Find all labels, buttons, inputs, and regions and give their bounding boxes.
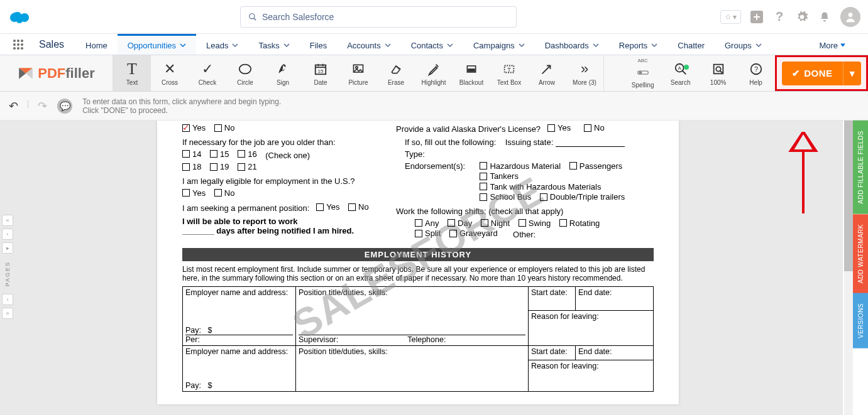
cb-yes-1[interactable]: Yes (182, 123, 206, 132)
page-first-button[interactable]: « (2, 215, 13, 226)
vertical-scrollbar[interactable] (844, 121, 853, 415)
done-button[interactable]: ✔DONE ▾ (782, 62, 861, 85)
tool-spelling[interactable]: ABCSpelling (624, 55, 662, 91)
page-last-button[interactable]: » (2, 308, 13, 319)
nav-reports[interactable]: Reports (609, 34, 668, 55)
nav-more[interactable]: More (809, 34, 855, 55)
tool-arrow[interactable]: Arrow (528, 55, 566, 91)
undo-button[interactable]: ↶ (9, 99, 18, 113)
user-avatar[interactable] (840, 7, 860, 27)
cb-license-yes[interactable]: Yes (547, 123, 571, 132)
notifications-bell-icon[interactable] (818, 10, 832, 24)
cb-end-double[interactable]: Double/Triple trailers (540, 192, 625, 202)
svg-point-10 (13, 47, 16, 50)
cb-shift-swing[interactable]: Swing (519, 218, 551, 228)
tool-sign[interactable]: Sign (264, 55, 302, 91)
tool-search[interactable]: ASearch (662, 55, 700, 91)
cb-no-1[interactable]: No (214, 123, 235, 132)
nav-tasks[interactable]: Tasks (248, 34, 299, 55)
cb-shift-split[interactable]: Split (415, 229, 441, 238)
cb-eligible-yes[interactable]: Yes (182, 188, 206, 198)
nav-groups[interactable]: Groups (715, 34, 772, 55)
app-launcher-icon[interactable] (9, 34, 28, 55)
done-button-highlight: ✔DONE ▾ (775, 55, 868, 91)
tool-cross[interactable]: ✕Cross (151, 55, 189, 91)
salesforce-header: Search Salesforce ☆▾ ? (0, 0, 868, 34)
hint-bubble-icon: 💬 (57, 99, 72, 114)
tool-date[interactable]: 15Date (302, 55, 339, 91)
cb-shift-any[interactable]: Any (415, 218, 439, 228)
svg-line-32 (720, 71, 722, 73)
tool-textbox[interactable]: TText Box (490, 55, 528, 91)
tab-add-fillable-fields[interactable]: ADD FILLABLE FIELDS (853, 121, 868, 214)
page-toggle-button[interactable]: ▸ (2, 242, 13, 254)
svg-point-9 (21, 43, 23, 46)
chevron-down-icon (180, 42, 186, 48)
hint-line2: Click "DONE" to proceed. (82, 106, 281, 115)
tool-circle[interactable]: Circle (226, 55, 264, 91)
cb-shift-rotating[interactable]: Rotating (559, 218, 600, 228)
svg-point-6 (21, 40, 23, 42)
cb-age-15[interactable]: 15 (210, 149, 229, 159)
nav-campaigns[interactable]: Campaigns (463, 34, 535, 55)
page-prev-button[interactable]: ‹ (2, 229, 13, 240)
employment-table: Employer name and address: Pay: $ Per: P… (182, 286, 654, 392)
cb-age-16[interactable]: 16 (238, 149, 256, 159)
document-canvas[interactable]: « ‹ ▸ PAGES › » SALESFORCE Yes No If nec… (0, 121, 843, 415)
tool-help[interactable]: ?Help (737, 55, 775, 91)
setup-gear-icon[interactable] (795, 10, 809, 24)
redo-button[interactable]: ↷ (38, 99, 47, 113)
cb-age-21[interactable]: 21 (238, 162, 256, 171)
svg-text:?: ? (754, 65, 758, 73)
pages-gutter: « ‹ ▸ PAGES › » (0, 215, 15, 319)
svg-point-4 (13, 40, 16, 42)
cb-perm-yes[interactable]: Yes (316, 202, 339, 212)
svg-line-24 (542, 66, 551, 74)
cb-age-18[interactable]: 18 (182, 162, 201, 171)
nav-contacts[interactable]: Contacts (401, 34, 463, 55)
tab-add-watermark[interactable]: ADD WATERMARK (853, 214, 868, 293)
svg-point-5 (17, 40, 19, 42)
tool-more[interactable]: »More (3) (566, 55, 603, 91)
tool-check[interactable]: ✓Check (189, 55, 226, 91)
help-icon[interactable]: ? (772, 10, 786, 24)
cb-shift-night[interactable]: Night (481, 218, 510, 228)
issuing-state-field[interactable] (556, 146, 625, 147)
section-employment-history: EMPLOYMENT HISTORY (182, 248, 654, 261)
pdffiller-brand: PDFfiller (0, 55, 113, 91)
tool-blackout[interactable]: Blackout (453, 55, 490, 91)
done-dropdown[interactable]: ▾ (843, 62, 862, 85)
cb-perm-no[interactable]: No (348, 202, 369, 212)
cb-shift-graveyard[interactable]: Graveyard (449, 229, 498, 238)
cb-end-schoolbus[interactable]: School Bus (480, 192, 531, 202)
nav-chatter[interactable]: Chatter (667, 34, 715, 55)
page-next-button[interactable]: › (2, 294, 13, 305)
tool-highlight[interactable]: Highlight (415, 55, 453, 91)
cb-age-19[interactable]: 19 (210, 162, 229, 171)
nav-opportunities[interactable]: Opportunities (118, 34, 196, 55)
svg-point-19 (356, 67, 358, 68)
global-search-input[interactable]: Search Salesforce (240, 6, 517, 28)
nav-accounts[interactable]: Accounts (337, 34, 400, 55)
tool-text[interactable]: TText (113, 55, 151, 91)
svg-point-3 (849, 13, 853, 17)
cb-end-passengers[interactable]: Passengers (569, 161, 623, 171)
cb-eligible-no[interactable]: No (214, 188, 235, 198)
nav-dashboards[interactable]: Dashboards (535, 34, 609, 55)
pdf-page[interactable]: SALESFORCE Yes No If necessary for the j… (157, 121, 679, 404)
tab-versions[interactable]: VERSIONS (853, 293, 868, 348)
tool-erase[interactable]: Erase (377, 55, 415, 91)
tool-zoom[interactable]: 100% (700, 55, 737, 91)
add-button[interactable] (750, 10, 764, 24)
favorites-button[interactable]: ☆▾ (720, 10, 741, 24)
cb-license-no[interactable]: No (584, 123, 605, 132)
cb-shift-day[interactable]: Day (448, 218, 472, 228)
cb-age-14[interactable]: 14 (182, 149, 201, 159)
nav-home[interactable]: Home (75, 34, 118, 55)
cb-end-hazmat[interactable]: Hazardous Material (480, 161, 561, 171)
cb-end-tankhaz[interactable]: Tank with Hazardous Materials (480, 182, 601, 191)
tool-picture[interactable]: Picture (339, 55, 377, 91)
cb-end-tankers[interactable]: Tankers (480, 171, 519, 181)
nav-leads[interactable]: Leads (196, 34, 248, 55)
nav-files[interactable]: Files (300, 34, 337, 55)
